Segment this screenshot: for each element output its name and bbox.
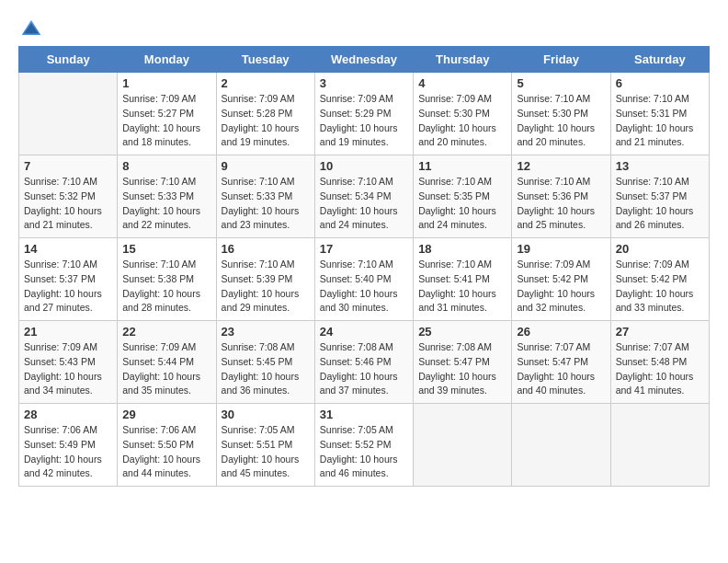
day-number: 20 — [616, 242, 704, 256]
calendar-table: SundayMondayTuesdayWednesdayThursdayFrid… — [18, 46, 710, 487]
day-number: 8 — [122, 159, 210, 173]
day-number: 13 — [616, 159, 704, 173]
day-info: Sunrise: 7:10 AM Sunset: 5:33 PM Dayligh… — [122, 175, 210, 233]
calendar-cell: 20Sunrise: 7:09 AM Sunset: 5:42 PM Dayli… — [610, 238, 709, 321]
calendar-cell: 7Sunrise: 7:10 AM Sunset: 5:32 PM Daylig… — [19, 155, 118, 238]
day-number: 24 — [320, 325, 408, 339]
calendar-cell — [19, 73, 118, 155]
calendar-cell: 14Sunrise: 7:10 AM Sunset: 5:37 PM Dayli… — [19, 238, 118, 321]
day-info: Sunrise: 7:07 AM Sunset: 5:47 PM Dayligh… — [517, 340, 605, 398]
day-number: 2 — [222, 76, 310, 90]
day-number: 19 — [517, 242, 605, 256]
calendar-cell: 31Sunrise: 7:05 AM Sunset: 5:52 PM Dayli… — [314, 404, 413, 487]
header-cell-tuesday: Tuesday — [216, 47, 314, 73]
calendar-cell: 21Sunrise: 7:09 AM Sunset: 5:43 PM Dayli… — [19, 321, 118, 404]
day-info: Sunrise: 7:09 AM Sunset: 5:27 PM Dayligh… — [122, 92, 210, 150]
week-row-3: 14Sunrise: 7:10 AM Sunset: 5:37 PM Dayli… — [19, 238, 710, 321]
day-info: Sunrise: 7:08 AM Sunset: 5:47 PM Dayligh… — [418, 340, 506, 398]
day-info: Sunrise: 7:10 AM Sunset: 5:37 PM Dayligh… — [616, 175, 704, 233]
calendar-cell: 30Sunrise: 7:05 AM Sunset: 5:51 PM Dayli… — [216, 404, 314, 487]
day-info: Sunrise: 7:09 AM Sunset: 5:42 PM Dayligh… — [517, 258, 605, 316]
day-info: Sunrise: 7:07 AM Sunset: 5:48 PM Dayligh… — [616, 340, 704, 398]
day-number: 6 — [616, 76, 704, 90]
day-number: 12 — [517, 159, 605, 173]
calendar-cell: 25Sunrise: 7:08 AM Sunset: 5:47 PM Dayli… — [414, 321, 512, 404]
day-number: 10 — [320, 159, 408, 173]
calendar-cell: 19Sunrise: 7:09 AM Sunset: 5:42 PM Dayli… — [512, 238, 610, 321]
day-info: Sunrise: 7:10 AM Sunset: 5:30 PM Dayligh… — [517, 92, 605, 150]
day-info: Sunrise: 7:09 AM Sunset: 5:29 PM Dayligh… — [320, 92, 408, 150]
header-cell-monday: Monday — [118, 47, 216, 73]
header-cell-wednesday: Wednesday — [314, 47, 413, 73]
logo-icon — [20, 18, 42, 37]
day-number: 16 — [222, 242, 310, 256]
calendar-cell — [512, 404, 610, 487]
calendar-cell: 6Sunrise: 7:10 AM Sunset: 5:31 PM Daylig… — [610, 73, 709, 155]
day-number: 9 — [222, 159, 310, 173]
week-row-1: 1Sunrise: 7:09 AM Sunset: 5:27 PM Daylig… — [19, 73, 710, 155]
day-info: Sunrise: 7:05 AM Sunset: 5:52 PM Dayligh… — [320, 423, 408, 481]
day-number: 23 — [222, 325, 310, 339]
day-number: 11 — [418, 159, 506, 173]
day-number: 17 — [320, 242, 408, 256]
day-number: 21 — [24, 325, 112, 339]
day-info: Sunrise: 7:10 AM Sunset: 5:31 PM Dayligh… — [616, 92, 704, 150]
calendar-cell: 29Sunrise: 7:06 AM Sunset: 5:50 PM Dayli… — [118, 404, 216, 487]
calendar-cell: 9Sunrise: 7:10 AM Sunset: 5:33 PM Daylig… — [216, 155, 314, 238]
calendar-cell: 16Sunrise: 7:10 AM Sunset: 5:39 PM Dayli… — [216, 238, 314, 321]
calendar-cell: 23Sunrise: 7:08 AM Sunset: 5:45 PM Dayli… — [216, 321, 314, 404]
day-info: Sunrise: 7:10 AM Sunset: 5:34 PM Dayligh… — [320, 175, 408, 233]
day-info: Sunrise: 7:09 AM Sunset: 5:43 PM Dayligh… — [24, 340, 112, 398]
day-info: Sunrise: 7:06 AM Sunset: 5:50 PM Dayligh… — [122, 423, 210, 481]
week-row-2: 7Sunrise: 7:10 AM Sunset: 5:32 PM Daylig… — [19, 155, 710, 238]
day-info: Sunrise: 7:10 AM Sunset: 5:40 PM Dayligh… — [320, 258, 408, 316]
day-number: 15 — [122, 242, 210, 256]
calendar-cell — [414, 404, 512, 487]
day-info: Sunrise: 7:08 AM Sunset: 5:46 PM Dayligh… — [320, 340, 408, 398]
day-info: Sunrise: 7:09 AM Sunset: 5:28 PM Dayligh… — [222, 92, 310, 150]
calendar-cell: 11Sunrise: 7:10 AM Sunset: 5:35 PM Dayli… — [414, 155, 512, 238]
calendar-cell: 8Sunrise: 7:10 AM Sunset: 5:33 PM Daylig… — [118, 155, 216, 238]
day-number: 28 — [24, 408, 112, 421]
header-row: SundayMondayTuesdayWednesdayThursdayFrid… — [19, 47, 710, 73]
calendar-cell — [610, 404, 709, 487]
day-number: 31 — [320, 408, 408, 421]
day-info: Sunrise: 7:08 AM Sunset: 5:45 PM Dayligh… — [222, 340, 310, 398]
header-cell-saturday: Saturday — [610, 47, 709, 73]
day-info: Sunrise: 7:09 AM Sunset: 5:42 PM Dayligh… — [616, 258, 704, 316]
day-number: 3 — [320, 76, 408, 90]
calendar-cell: 5Sunrise: 7:10 AM Sunset: 5:30 PM Daylig… — [512, 73, 610, 155]
logo — [18, 18, 44, 37]
day-info: Sunrise: 7:10 AM Sunset: 5:32 PM Dayligh… — [24, 175, 112, 233]
calendar-cell: 12Sunrise: 7:10 AM Sunset: 5:36 PM Dayli… — [512, 155, 610, 238]
calendar-cell: 13Sunrise: 7:10 AM Sunset: 5:37 PM Dayli… — [610, 155, 709, 238]
calendar-cell: 17Sunrise: 7:10 AM Sunset: 5:40 PM Dayli… — [314, 238, 413, 321]
day-info: Sunrise: 7:09 AM Sunset: 5:30 PM Dayligh… — [418, 92, 506, 150]
day-number: 1 — [122, 76, 210, 90]
day-info: Sunrise: 7:09 AM Sunset: 5:44 PM Dayligh… — [122, 340, 210, 398]
day-number: 29 — [122, 408, 210, 421]
day-info: Sunrise: 7:10 AM Sunset: 5:33 PM Dayligh… — [222, 175, 310, 233]
calendar-cell: 22Sunrise: 7:09 AM Sunset: 5:44 PM Dayli… — [118, 321, 216, 404]
day-number: 5 — [517, 76, 605, 90]
week-row-4: 21Sunrise: 7:09 AM Sunset: 5:43 PM Dayli… — [19, 321, 710, 404]
day-info: Sunrise: 7:10 AM Sunset: 5:35 PM Dayligh… — [418, 175, 506, 233]
day-info: Sunrise: 7:10 AM Sunset: 5:39 PM Dayligh… — [222, 258, 310, 316]
calendar-cell: 18Sunrise: 7:10 AM Sunset: 5:41 PM Dayli… — [414, 238, 512, 321]
week-row-5: 28Sunrise: 7:06 AM Sunset: 5:49 PM Dayli… — [19, 404, 710, 487]
header — [18, 18, 710, 37]
day-number: 26 — [517, 325, 605, 339]
calendar-cell: 10Sunrise: 7:10 AM Sunset: 5:34 PM Dayli… — [314, 155, 413, 238]
day-info: Sunrise: 7:10 AM Sunset: 5:41 PM Dayligh… — [418, 258, 506, 316]
calendar-body: 1Sunrise: 7:09 AM Sunset: 5:27 PM Daylig… — [19, 73, 710, 487]
calendar-cell: 24Sunrise: 7:08 AM Sunset: 5:46 PM Dayli… — [314, 321, 413, 404]
calendar-cell: 15Sunrise: 7:10 AM Sunset: 5:38 PM Dayli… — [118, 238, 216, 321]
day-number: 7 — [24, 159, 112, 173]
calendar-cell: 2Sunrise: 7:09 AM Sunset: 5:28 PM Daylig… — [216, 73, 314, 155]
calendar-cell: 4Sunrise: 7:09 AM Sunset: 5:30 PM Daylig… — [414, 73, 512, 155]
day-number: 30 — [222, 408, 310, 421]
calendar-cell: 1Sunrise: 7:09 AM Sunset: 5:27 PM Daylig… — [118, 73, 216, 155]
header-cell-friday: Friday — [512, 47, 610, 73]
day-number: 14 — [24, 242, 112, 256]
day-number: 25 — [418, 325, 506, 339]
